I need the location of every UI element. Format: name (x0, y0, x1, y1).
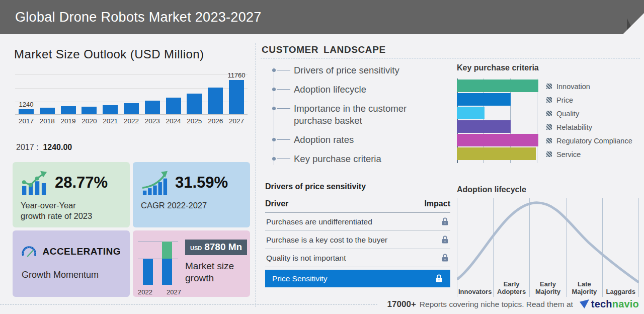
adoption-lifecycle: Adoption lifecycle Innovators Early Adop… (457, 185, 640, 297)
year-label: 2027 (228, 117, 245, 125)
table-row: Purchase is a key cost to the buyer (265, 231, 450, 249)
chart-plot-area: 1240 11760 (15, 74, 248, 115)
growth-caption: Market size growth (185, 260, 246, 284)
stage-label: Innovators (457, 288, 493, 296)
lock-icon (441, 235, 449, 245)
lock-icon (435, 274, 443, 283)
customer-landscape-title: CUSTOMER LANDSCAPE (262, 44, 386, 55)
legend-label: Relatability (556, 123, 592, 131)
year-label: 2019 (60, 117, 76, 125)
market-bar (208, 88, 223, 114)
page-title: Global Drone Robots Market 2023-2027 (0, 0, 644, 34)
footer: 17000+ Reports covering niche topics. Re… (0, 298, 644, 310)
footer-count: 17000+ (387, 299, 416, 309)
bar-column (60, 106, 76, 114)
hatch-swatch-icon (546, 84, 552, 89)
legend-item: Quality (546, 107, 632, 120)
year-label: 2021 (102, 117, 118, 125)
market-bar (19, 109, 34, 114)
yoy-caption: Year-over-Year growth rate of 2023 (21, 200, 122, 221)
lock-icon (441, 253, 449, 263)
highlight-label: Price Sensitivity (272, 274, 327, 283)
kpc-bar-quality (457, 107, 485, 119)
customer-landscape-list: Drivers of price sensitivity Adoption li… (273, 64, 429, 172)
technavio-logo-icon (579, 299, 590, 309)
stat-card-cagr: 31.59% CAGR 2022-2027 (133, 162, 250, 227)
legend-item: Price (546, 93, 632, 107)
currency-label: USD (190, 245, 202, 251)
highlight-row-price-sensitivity: Price Sensitivity (265, 270, 450, 287)
stage-label: Laggards (603, 288, 639, 296)
brand-prefix: tech (591, 298, 612, 309)
readout-year: 2017 (16, 143, 34, 151)
market-bar (166, 98, 181, 114)
x-axis-labels: 2017 2018 2019 2020 2021 2022 2023 2024 … (15, 115, 248, 125)
driver-cell: Purchases are undifferentiated (266, 217, 372, 226)
title-underline (261, 58, 640, 58)
list-item: Adoption lifecycle (273, 84, 429, 96)
stage-label: Late Majority (566, 281, 602, 296)
stage-label: Early Majority (530, 281, 566, 296)
main-content: Market Size Outlook (USD Million) 1240 1… (0, 34, 644, 314)
legend-label: Innovation (556, 83, 590, 91)
legend-label: Service (556, 150, 581, 159)
stat-card-momentum: ACCELERATING Growth Momentum (13, 230, 130, 297)
footer-divider (0, 304, 377, 304)
year-label: 2020 (81, 117, 97, 125)
stat-card-yoy-growth: 28.77% Year-over-Year growth rate of 202… (13, 162, 130, 227)
price-sensitivity-table: Drivers of price sensitivity Driver Impa… (265, 182, 450, 287)
market-bar (40, 108, 55, 114)
usd-value-badge: USD8780 Mn (185, 240, 247, 255)
mini-chart-years: 2022 2027 (138, 288, 181, 296)
bar-column (186, 94, 202, 114)
legend-item: Regulatory Compliance (546, 134, 632, 147)
yoy-value: 28.77% (55, 174, 108, 192)
legend-label: Quality (556, 110, 579, 118)
legend-item: Service (546, 147, 632, 161)
column-divider (256, 43, 256, 307)
lock-icon (441, 217, 449, 226)
hatch-swatch-icon (546, 124, 552, 130)
bell-curve (457, 198, 639, 284)
market-size-chart: 1240 11760 2017 2018 2019 2020 2021 2022… (15, 74, 248, 125)
kpc-bar-regulatory-compliance (457, 134, 538, 146)
readout-value: 1240.00 (43, 143, 72, 151)
bar-column (39, 108, 55, 114)
mini-bar-2027-growth (162, 242, 172, 259)
driver-cell: Quality is not important (266, 254, 346, 263)
bar-column (166, 98, 182, 114)
stage-label: Early Adopters (493, 281, 529, 296)
year-label: 2025 (186, 117, 202, 125)
bar-column (144, 101, 160, 114)
kpc-bar-innovation (457, 80, 538, 92)
bars-row: 1240 11760 (18, 71, 245, 114)
technavio-logo[interactable]: technavio (579, 298, 639, 310)
stage-labels: Innovators Early Adopters Early Majority… (457, 281, 639, 296)
year-label: 2018 (39, 117, 55, 125)
year-label: 2022 (123, 117, 139, 125)
momentum-caption: Growth Momentum (22, 270, 121, 280)
year-label: 2024 (166, 117, 182, 125)
kpc-bar-price (457, 93, 511, 106)
column-header-driver: Driver (265, 199, 288, 208)
mini-bar-2022 (143, 259, 153, 285)
hatch-swatch-icon (546, 151, 552, 157)
market-bar (187, 94, 202, 114)
legend-label: Regulatory Compliance (556, 137, 632, 145)
kpc-title: Key purchase criteria (457, 63, 641, 72)
kpc-bar-relatability (457, 120, 511, 133)
year-label: 2027 (167, 288, 181, 296)
market-bar (103, 105, 118, 114)
bar-column (81, 107, 97, 114)
market-bar (124, 103, 139, 114)
hatch-swatch-icon (546, 111, 552, 116)
hatch-swatch-icon (546, 138, 552, 143)
adoption-title: Adoption lifecycle (457, 185, 640, 194)
momentum-status: ACCELERATING (42, 246, 121, 257)
bar-value-label: 1240 (19, 101, 34, 108)
market-size-title: Market Size Outlook (USD Million) (14, 47, 204, 61)
bar-column: 11760 (228, 71, 245, 114)
growth-amount: 8780 Mn (204, 242, 242, 252)
bar-column (207, 88, 223, 114)
market-bar (229, 80, 244, 114)
